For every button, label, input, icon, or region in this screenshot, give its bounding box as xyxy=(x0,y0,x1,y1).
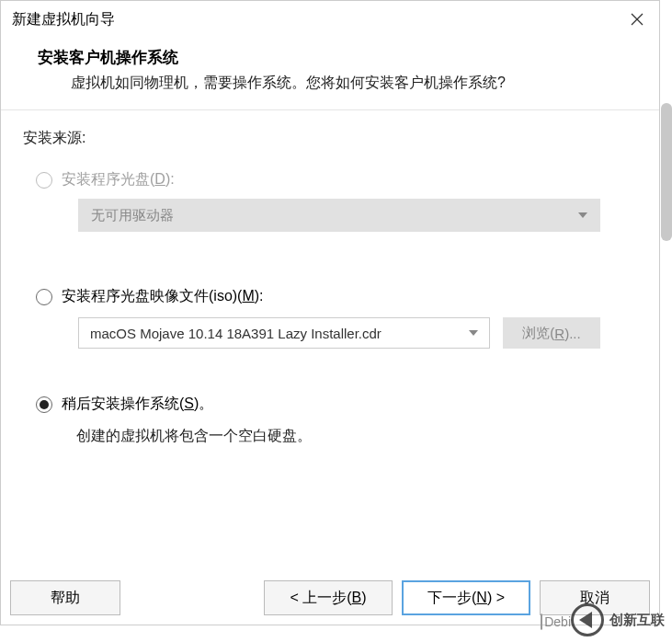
option-iso-file-label: 安装程序光盘映像文件(iso)(M): xyxy=(62,287,264,306)
help-button[interactable]: 帮助 xyxy=(10,580,120,615)
iso-file-value: macOS Mojave 10.14 18A391 Lazy Installer… xyxy=(90,326,382,341)
radio-install-later[interactable] xyxy=(36,396,52,413)
option-installer-disc: 安装程序光盘(D): xyxy=(23,170,637,189)
option-install-later[interactable]: 稍后安装操作系统(S)。 xyxy=(23,395,637,414)
header-title: 安装客户机操作系统 xyxy=(38,47,622,68)
watermark-debi: Debi xyxy=(541,614,571,629)
install-later-hint: 创建的虚拟机将包含一个空白硬盘。 xyxy=(76,427,637,446)
watermark-brand: 创新互联 xyxy=(571,603,665,636)
window-title: 新建虚拟机向导 xyxy=(12,10,115,29)
option-installer-disc-label: 安装程序光盘(D): xyxy=(62,170,175,189)
radio-iso-file[interactable] xyxy=(36,289,52,305)
browse-button: 浏览(R)... xyxy=(503,317,600,349)
titlebar: 新建虚拟机向导 xyxy=(1,1,659,38)
disc-drive-dropdown: 无可用驱动器 xyxy=(78,199,600,232)
chevron-down-icon[interactable] xyxy=(469,330,478,336)
scrollbar-thumb[interactable] xyxy=(661,103,672,241)
close-icon[interactable] xyxy=(626,8,648,30)
iso-file-row: macOS Mojave 10.14 18A391 Lazy Installer… xyxy=(78,317,600,349)
disc-drive-value: 无可用驱动器 xyxy=(91,207,174,224)
header-description: 虚拟机如同物理机，需要操作系统。您将如何安装客户机操作系统? xyxy=(71,74,622,93)
back-button[interactable]: < 上一步(B) xyxy=(264,580,393,615)
wizard-body: 安装来源: 安装程序光盘(D): 无可用驱动器 安装程序光盘映像文件(iso)(… xyxy=(1,110,659,455)
install-source-label: 安装来源: xyxy=(23,129,637,148)
wizard-header: 安装客户机操作系统 虚拟机如同物理机，需要操作系统。您将如何安装客户机操作系统? xyxy=(1,38,659,110)
footer-spacer xyxy=(130,580,255,615)
option-install-later-label: 稍后安装操作系统(S)。 xyxy=(62,395,213,414)
brand-icon xyxy=(571,603,604,636)
next-button[interactable]: 下一步(N) > xyxy=(402,580,530,615)
chevron-down-icon xyxy=(578,212,587,218)
wizard-dialog: 新建虚拟机向导 安装客户机操作系统 虚拟机如同物理机，需要操作系统。您将如何安装… xyxy=(0,0,660,625)
option-iso-file[interactable]: 安装程序光盘映像文件(iso)(M): xyxy=(23,287,637,306)
chat-icon xyxy=(541,613,542,630)
wizard-footer: 帮助 < 上一步(B) 下一步(N) > 取消 xyxy=(10,580,650,615)
radio-installer-disc xyxy=(36,172,52,189)
iso-file-combo[interactable]: macOS Mojave 10.14 18A391 Lazy Installer… xyxy=(78,317,490,349)
brand-text: 创新互联 xyxy=(609,612,665,629)
